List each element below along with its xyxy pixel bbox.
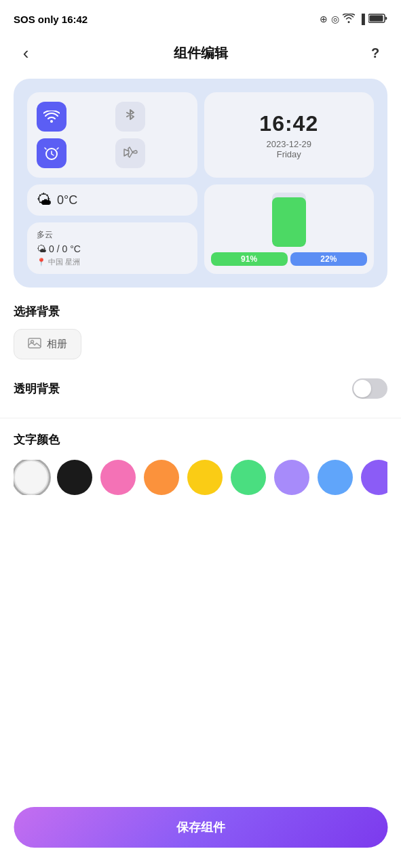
svg-point-2 xyxy=(50,120,53,123)
color-black[interactable] xyxy=(57,460,92,495)
color-green[interactable] xyxy=(231,460,266,495)
select-bg-title: 选择背景 xyxy=(14,304,387,319)
color-white[interactable] xyxy=(14,460,49,495)
alarm-control-btn[interactable] xyxy=(37,138,66,168)
weather-location: 📍 中国 星洲 xyxy=(37,257,188,267)
weather-mini-widget: 🌤 0°C xyxy=(27,184,197,216)
location-icon: ◎ xyxy=(331,14,339,24)
battery-bar-fill xyxy=(272,197,306,247)
help-icon: ? xyxy=(371,45,379,61)
color-orange[interactable] xyxy=(144,460,179,495)
airplane-control-btn[interactable] xyxy=(115,138,145,168)
widget-grid: 16:42 2023-12-29 Friday 🌤 0°C 多云 🌤 0 / 0… xyxy=(27,92,374,274)
svg-rect-1 xyxy=(370,15,383,21)
album-button[interactable]: 相册 xyxy=(14,329,81,359)
location-pin-icon: 📍 xyxy=(37,258,46,267)
battery-labels: 91% 22% xyxy=(211,252,368,266)
wifi-control-btn[interactable] xyxy=(37,102,66,132)
color-blue[interactable] xyxy=(318,460,353,495)
help-button[interactable]: ? xyxy=(363,41,387,65)
color-purple[interactable] xyxy=(274,460,309,495)
weather-detail-widget: 多云 🌤 0 / 0 °C 📍 中国 星洲 xyxy=(27,222,197,274)
back-icon: ‹ xyxy=(23,43,29,64)
save-btn-container: 保存组件 xyxy=(14,807,387,848)
transparent-bg-label: 透明背景 xyxy=(14,381,60,397)
weather-mini-temp: 0°C xyxy=(57,193,77,208)
clock-time: 16:42 xyxy=(259,111,318,136)
transparent-bg-row: 透明背景 xyxy=(0,378,401,399)
nfc-icon: ⊕ xyxy=(320,14,328,24)
battery-bar-container xyxy=(272,193,306,247)
color-section-title: 文字颜色 xyxy=(14,432,387,448)
color-yellow[interactable] xyxy=(187,460,223,495)
weather-mini-icon: 🌤 xyxy=(37,191,52,209)
battery-icon xyxy=(368,14,387,25)
page-title: 组件编辑 xyxy=(174,44,228,62)
save-button[interactable]: 保存组件 xyxy=(14,807,387,848)
color-violet[interactable] xyxy=(361,460,387,495)
color-pink[interactable] xyxy=(100,460,136,495)
clock-date: 2023-12-29 xyxy=(267,139,312,149)
back-button[interactable]: ‹ xyxy=(14,41,38,65)
album-label: 相册 xyxy=(47,338,67,351)
controls-widget xyxy=(27,92,197,178)
color-row xyxy=(14,460,387,495)
clock-widget: 16:42 2023-12-29 Friday xyxy=(204,92,375,178)
wifi-icon xyxy=(343,14,355,25)
album-icon xyxy=(28,336,41,352)
signal-icon: ▐ xyxy=(358,14,365,24)
header: ‹ 组件编辑 ? xyxy=(0,35,401,73)
status-left-text: SOS only 16:42 xyxy=(14,14,88,25)
weather-label: 多云 xyxy=(37,229,188,241)
transparent-bg-toggle[interactable] xyxy=(352,378,387,399)
status-icons: ⊕ ◎ ▐ xyxy=(320,14,387,25)
battery-widget: 91% 22% xyxy=(204,184,375,274)
clock-day: Friday xyxy=(277,149,301,159)
bottom-left: 🌤 0°C 多云 🌤 0 / 0 °C 📍 中国 星洲 xyxy=(27,184,197,274)
weather-temp-range: 🌤 0 / 0 °C xyxy=(37,243,188,254)
divider xyxy=(0,418,401,418)
status-bar: SOS only 16:42 ⊕ ◎ ▐ xyxy=(0,0,401,35)
battery-percent-main: 91% xyxy=(211,252,288,266)
bluetooth-control-btn[interactable] xyxy=(115,102,145,132)
battery-percent-secondary: 22% xyxy=(290,252,367,266)
color-section: 文字颜色 xyxy=(14,432,387,495)
widget-preview: 16:42 2023-12-29 Friday 🌤 0°C 多云 🌤 0 / 0… xyxy=(14,79,387,288)
